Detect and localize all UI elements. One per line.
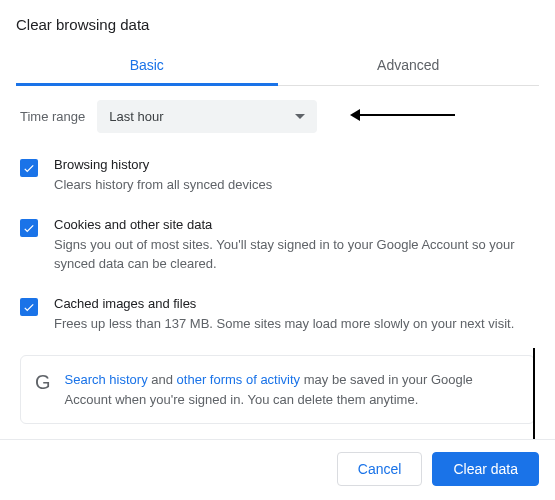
info-box: G Search history and other forms of acti… [20,355,535,424]
option-desc: Frees up less than 137 MB. Some sites ma… [54,314,535,334]
option-desc: Signs you out of most sites. You'll stay… [54,235,535,274]
option-desc: Clears history from all synced devices [54,175,535,195]
checkmark-icon [22,221,36,235]
info-text: Search history and other forms of activi… [65,370,520,409]
link-other-activity[interactable]: other forms of activity [177,372,301,387]
checkmark-icon [22,161,36,175]
google-icon: G [35,372,51,392]
checkbox-browsing-history[interactable] [20,159,38,177]
option-browsing-history: Browsing history Clears history from all… [20,157,535,195]
clear-data-button[interactable]: Clear data [432,452,539,486]
dialog-title: Clear browsing data [16,16,539,33]
option-title: Browsing history [54,157,535,172]
caret-down-icon [295,114,305,119]
time-range-value: Last hour [109,109,163,124]
cancel-button[interactable]: Cancel [337,452,423,486]
checkbox-cookies[interactable] [20,219,38,237]
option-cache: Cached images and files Frees up less th… [20,296,535,334]
time-range-select[interactable]: Last hour [97,100,317,133]
time-range-label: Time range [20,109,85,124]
option-cookies: Cookies and other site data Signs you ou… [20,217,535,274]
checkmark-icon [22,300,36,314]
option-title: Cached images and files [54,296,535,311]
link-search-history[interactable]: Search history [65,372,148,387]
annotation-arrow-horizontal [360,114,455,116]
checkbox-cache[interactable] [20,298,38,316]
dialog-footer: Cancel Clear data [0,439,555,500]
tab-advanced[interactable]: Advanced [278,47,540,85]
tabs: Basic Advanced [16,47,539,86]
tab-basic[interactable]: Basic [16,47,278,85]
option-title: Cookies and other site data [54,217,535,232]
